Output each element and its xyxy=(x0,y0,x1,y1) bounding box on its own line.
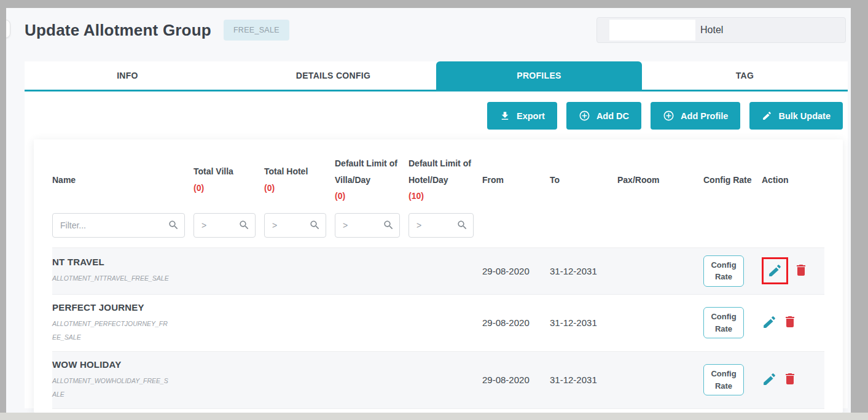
add-profile-button[interactable]: Add Profile xyxy=(651,102,740,130)
config-rate-button[interactable]: Config Rate xyxy=(703,255,744,287)
default-limit-hotel-count: (10) xyxy=(409,188,475,204)
to-date: 31-12-2031 xyxy=(550,317,617,328)
col-header-default-limit-villa: Default Limit of Villa/Day (0) xyxy=(335,155,409,204)
col-header-to: To xyxy=(550,172,617,189)
table-header-row: Name Total Villa (0) Total Hotel (0) Def… xyxy=(52,155,824,204)
name-filter-input[interactable] xyxy=(52,213,185,238)
total-hotel-count: (0) xyxy=(264,180,327,196)
profile-name: NT TRAVEL xyxy=(52,257,194,267)
trash-icon xyxy=(783,371,797,388)
plus-circle-icon xyxy=(663,110,674,122)
hotel-selector[interactable]: Hotel xyxy=(596,17,846,43)
config-rate-button[interactable]: Config Rate xyxy=(703,364,744,395)
edit-profile-button[interactable] xyxy=(762,314,777,332)
delete-profile-button[interactable] xyxy=(783,314,797,331)
page: Update Allotment Group FREE_SALE Hotel I… xyxy=(6,8,851,413)
profile-name: WOW HOLIDAY xyxy=(52,359,194,370)
search-icon xyxy=(456,219,468,233)
tab-details-config[interactable]: DETAILS CONFIG xyxy=(230,61,436,90)
bulk-update-label: Bulk Update xyxy=(778,111,831,121)
search-icon xyxy=(309,219,321,233)
profile-code: ALLOTMENT_PERFECTJOURNEY_FREE_SALE xyxy=(52,317,170,344)
edit-profile-button[interactable] xyxy=(762,371,777,389)
tab-info[interactable]: INFO xyxy=(25,61,230,90)
add-profile-label: Add Profile xyxy=(681,111,728,121)
profile-code: ALLOTMENT_WOWHOLIDAY_FREE_SALE xyxy=(52,374,170,401)
col-header-config-rate: Config Rate xyxy=(703,172,762,189)
bulk-update-button[interactable]: Bulk Update xyxy=(749,102,843,130)
tab-tag[interactable]: TAG xyxy=(642,61,848,90)
col-header-total-hotel: Total Hotel (0) xyxy=(264,163,335,196)
search-icon xyxy=(383,219,394,233)
profile-name: PERFECT JOURNEY xyxy=(52,302,194,313)
toolbar: Export Add DC Add Profile Bulk Update xyxy=(25,91,848,138)
window-frame-bottom xyxy=(0,413,868,420)
table-row-wow-holiday: WOW HOLIDAY ALLOTMENT_WOWHOLIDAY_FREE_SA… xyxy=(52,351,824,408)
drawer-edge-handle xyxy=(6,20,10,38)
add-dc-label: Add DC xyxy=(596,111,629,121)
search-icon xyxy=(168,219,179,233)
profiles-table-card: Name Total Villa (0) Total Hotel (0) Def… xyxy=(34,139,843,413)
table-body: NT TRAVEL ALLOTMENT_NTTRAVEL_FREE_SALE 2… xyxy=(52,247,824,409)
col-header-name: Name xyxy=(52,172,194,189)
content-panel: INFO DETAILS CONFIG PROFILES TAG Export … xyxy=(25,61,848,408)
export-button[interactable]: Export xyxy=(487,102,557,130)
from-date: 29-08-2020 xyxy=(482,375,550,385)
edit-profile-button[interactable] xyxy=(767,263,783,280)
table-row-perfect-journey: PERFECT JOURNEY ALLOTMENT_PERFECTJOURNEY… xyxy=(52,294,824,351)
tab-profiles[interactable]: PROFILES xyxy=(436,61,642,90)
table-row-nt-travel: NT TRAVEL ALLOTMENT_NTTRAVEL_FREE_SALE 2… xyxy=(52,247,824,294)
pencil-icon xyxy=(762,111,772,121)
total-villa-count: (0) xyxy=(194,180,257,196)
from-date: 29-08-2020 xyxy=(482,266,550,276)
col-header-action: Action xyxy=(762,172,824,189)
from-date: 29-08-2020 xyxy=(482,317,550,328)
search-icon xyxy=(238,219,250,233)
hotel-label: Hotel xyxy=(700,25,723,36)
pencil-icon xyxy=(767,263,783,280)
config-rate-button[interactable]: Config Rate xyxy=(703,307,744,338)
to-date: 31-12-2031 xyxy=(550,375,617,385)
col-header-from: From xyxy=(482,172,550,189)
plus-circle-icon xyxy=(579,110,590,122)
trash-icon xyxy=(783,314,797,331)
annotation-highlight-box xyxy=(762,257,788,284)
free-sale-badge: FREE_SALE xyxy=(224,20,289,41)
page-title: Update Allotment Group xyxy=(25,21,211,40)
download-icon xyxy=(499,111,510,122)
export-label: Export xyxy=(517,111,545,121)
pencil-icon xyxy=(762,314,777,332)
pencil-icon xyxy=(762,371,777,389)
col-header-default-limit-hotel: Default Limit of Hotel/Day (10) xyxy=(409,155,482,204)
add-dc-button[interactable]: Add DC xyxy=(566,102,641,130)
filter-row xyxy=(52,213,824,238)
col-header-pax-room: Pax/Room xyxy=(617,172,703,189)
default-limit-villa-count: (0) xyxy=(335,188,401,204)
to-date: 31-12-2031 xyxy=(550,266,617,276)
redacted-hotel-name xyxy=(609,20,695,41)
page-header: Update Allotment Group FREE_SALE Hotel xyxy=(25,17,846,43)
col-header-total-villa: Total Villa (0) xyxy=(194,163,264,196)
tab-bar: INFO DETAILS CONFIG PROFILES TAG xyxy=(25,61,848,91)
trash-icon xyxy=(794,263,808,279)
delete-profile-button[interactable] xyxy=(794,263,808,279)
delete-profile-button[interactable] xyxy=(783,371,797,388)
profile-code: ALLOTMENT_NTTRAVEL_FREE_SALE xyxy=(52,271,170,285)
